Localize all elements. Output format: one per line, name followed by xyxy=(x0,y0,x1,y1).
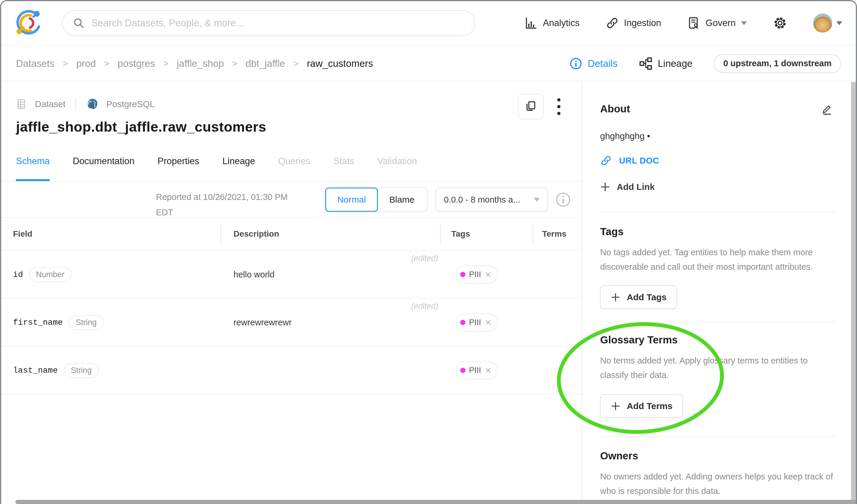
breadcrumb-item-jaffle-shop[interactable]: jaffle_shop xyxy=(177,58,224,69)
entity-type-label: Dataset xyxy=(35,99,65,109)
toggle-blame[interactable]: Blame xyxy=(377,188,427,212)
tag-color-dot xyxy=(460,272,466,277)
entity-header: Dataset PostgreSQL jaffle_shop.dbt_jaffl… xyxy=(1,82,582,143)
tag-pill[interactable]: PIII xyxy=(455,361,498,380)
horizontal-scrollbar[interactable] xyxy=(15,500,856,504)
lineage-label: Lineage xyxy=(658,58,692,69)
search-input[interactable] xyxy=(91,17,465,29)
column-header-terms: Terms xyxy=(533,218,582,250)
tag-label: PIII xyxy=(469,318,481,327)
field-type-pill: String xyxy=(69,315,104,330)
breadcrumb-separator: > xyxy=(163,58,169,69)
settings-button[interactable] xyxy=(773,16,787,30)
schema-info-button[interactable] xyxy=(555,192,571,208)
dot xyxy=(557,112,560,115)
column-header-tags: Tags xyxy=(440,218,533,250)
description-cell[interactable]: (edited) hello world xyxy=(220,251,440,298)
breadcrumb-row: Datasets > prod > postgres > jaffle_shop… xyxy=(1,46,856,81)
version-select[interactable]: 0.0.0 - 8 months a... xyxy=(436,188,548,212)
postgresql-logo-icon xyxy=(86,98,99,110)
tag-pill[interactable]: PIII xyxy=(455,265,498,284)
entity-actions xyxy=(518,94,564,119)
edited-label: (edited) xyxy=(411,254,438,263)
reported-at-text: Reported at 10/26/2021, 01:30 PM EDT xyxy=(156,189,316,220)
details-button[interactable]: Details xyxy=(569,57,618,70)
add-tags-button[interactable]: Add Tags xyxy=(600,285,677,309)
entity-content: Dataset PostgreSQL jaffle_shop.dbt_jaffl… xyxy=(1,82,582,504)
user-menu[interactable] xyxy=(813,14,842,33)
more-options-button[interactable] xyxy=(554,95,564,118)
lineage-button[interactable]: Lineage xyxy=(639,57,692,70)
doc-link[interactable]: URL DOC xyxy=(600,155,835,167)
lineage-count-pill[interactable]: 0 upstream, 1 downstream xyxy=(714,54,841,73)
table-row[interactable]: last_name String PIII xyxy=(1,347,582,395)
entity-tabs: Schema Documentation Properties Lineage … xyxy=(1,143,582,181)
terms-cell[interactable] xyxy=(533,251,582,298)
top-nav: Analytics Ingestion Govern xyxy=(1,1,856,46)
tags-cell: PIII xyxy=(440,299,533,346)
tab-documentation[interactable]: Documentation xyxy=(73,143,135,181)
breadcrumb-item-prod[interactable]: prod xyxy=(77,58,96,69)
bar-chart-icon xyxy=(524,17,537,30)
breadcrumb-separator: > xyxy=(104,58,110,69)
breadcrumb-item-postgres[interactable]: postgres xyxy=(117,58,155,69)
entity-sidebar: About ghghghghg • URL DOC xyxy=(582,82,856,504)
link-icon xyxy=(600,155,612,167)
copy-urn-button[interactable] xyxy=(518,94,543,119)
add-link-button[interactable]: Add Link xyxy=(600,182,835,192)
add-terms-button[interactable]: Add Terms xyxy=(600,394,683,418)
column-header-field: Field xyxy=(1,218,220,250)
tab-properties[interactable]: Properties xyxy=(157,143,199,181)
nav-analytics[interactable]: Analytics xyxy=(524,17,579,30)
info-circle-icon xyxy=(569,57,582,70)
doc-link-label: URL DOC xyxy=(619,156,659,166)
tag-color-dot xyxy=(460,368,466,373)
tab-schema[interactable]: Schema xyxy=(16,143,50,181)
main-area: Dataset PostgreSQL jaffle_shop.dbt_jaffl… xyxy=(1,82,856,504)
tab-stats: Stats xyxy=(333,143,354,181)
add-link-label: Add Link xyxy=(617,182,655,192)
description-cell[interactable] xyxy=(220,347,440,394)
tags-cell: PIII xyxy=(440,251,533,298)
nav-ingestion[interactable]: Ingestion xyxy=(606,17,661,30)
nav-analytics-label: Analytics xyxy=(543,18,579,29)
owners-empty-text: No owners added yet. Adding owners helps… xyxy=(600,469,835,498)
tag-color-dot xyxy=(460,320,466,325)
breadcrumb-separator: > xyxy=(232,58,238,69)
tab-lineage[interactable]: Lineage xyxy=(222,143,255,181)
terms-cell[interactable] xyxy=(533,347,582,394)
chain-icon xyxy=(606,17,619,30)
nav-govern[interactable]: Govern xyxy=(687,17,747,30)
nav-ingestion-label: Ingestion xyxy=(624,18,661,29)
tags-title: Tags xyxy=(600,226,835,238)
tag-pill[interactable]: PIII xyxy=(455,313,498,332)
divider xyxy=(75,98,76,110)
breadcrumb-item-dbt-jaffle[interactable]: dbt_jaffle xyxy=(246,58,285,69)
about-title: About xyxy=(600,103,630,115)
field-cell: id Number xyxy=(1,251,220,298)
table-row[interactable]: first_name String (edited) rewrewrewrewr… xyxy=(1,299,582,347)
table-row[interactable]: id Number (edited) hello world PIII xyxy=(1,251,582,299)
owners-title: Owners xyxy=(600,450,835,462)
plus-icon xyxy=(600,182,610,192)
terms-cell[interactable] xyxy=(533,299,582,346)
reported-at-line1: Reported at 10/26/2021, 01:30 PM xyxy=(156,192,288,202)
govern-doc-icon xyxy=(687,17,700,30)
toggle-normal[interactable]: Normal xyxy=(325,188,378,212)
app-window: Analytics Ingestion Govern xyxy=(0,0,857,504)
copy-icon xyxy=(524,100,537,113)
breadcrumb-separator: > xyxy=(63,58,68,69)
close-icon[interactable] xyxy=(485,319,492,326)
datahub-logo-icon[interactable] xyxy=(15,8,44,38)
edit-about-button[interactable] xyxy=(819,101,835,117)
about-description[interactable]: ghghghghg • xyxy=(600,131,835,141)
add-terms-label: Add Terms xyxy=(627,401,672,411)
divider xyxy=(600,211,835,212)
close-icon[interactable] xyxy=(485,271,492,278)
breadcrumb-item-datasets[interactable]: Datasets xyxy=(16,58,54,69)
tags-cell: PIII xyxy=(440,347,533,394)
description-text: hello world xyxy=(234,270,275,279)
vertical-scrollbar[interactable] xyxy=(851,82,856,500)
description-cell[interactable]: (edited) rewrewrewrewr xyxy=(220,299,440,346)
close-icon[interactable] xyxy=(485,367,492,374)
